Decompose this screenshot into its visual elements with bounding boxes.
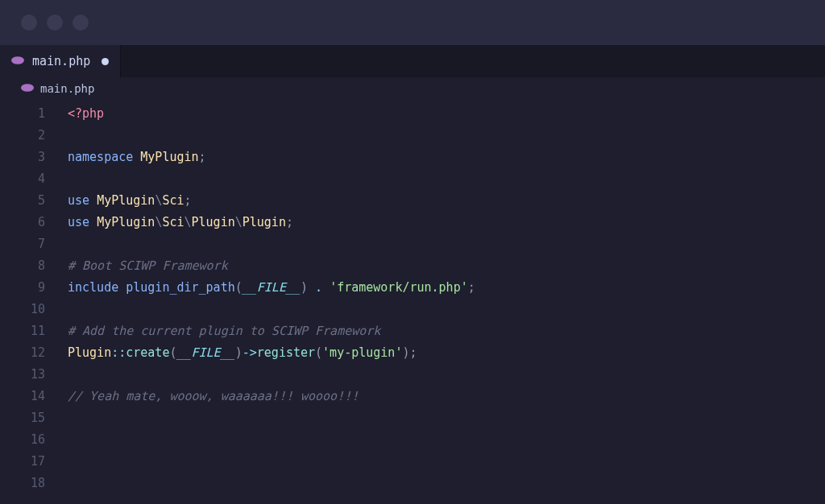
editor[interactable]: 123456789101112131415161718 <?php namesp… bbox=[0, 100, 825, 494]
php-file-icon bbox=[21, 84, 34, 93]
line-number: 17 bbox=[0, 451, 45, 473]
code-line[interactable]: # Boot SCIWP Framework bbox=[68, 255, 825, 277]
line-number: 8 bbox=[0, 255, 45, 277]
line-number: 12 bbox=[0, 342, 45, 364]
traffic-light-minimize[interactable] bbox=[47, 14, 63, 31]
tab-bar: main.php bbox=[0, 45, 825, 77]
window-title-bar bbox=[0, 0, 825, 45]
line-number: 11 bbox=[0, 320, 45, 342]
traffic-light-close[interactable] bbox=[21, 14, 37, 31]
breadcrumb-item: main.php bbox=[40, 82, 94, 95]
line-number: 13 bbox=[0, 364, 45, 386]
code-line[interactable]: namespace MyPlugin; bbox=[68, 147, 825, 168]
line-number: 5 bbox=[0, 190, 45, 212]
php-file-icon bbox=[11, 56, 24, 66]
code-area[interactable]: <?php namespace MyPlugin; use MyPlugin\S… bbox=[52, 103, 825, 494]
code-line[interactable] bbox=[68, 451, 825, 473]
code-line[interactable]: Plugin::create(__FILE__)->register('my-p… bbox=[68, 342, 825, 364]
code-line[interactable] bbox=[68, 473, 825, 494]
svg-point-0 bbox=[11, 56, 24, 64]
line-number: 9 bbox=[0, 277, 45, 299]
code-line[interactable]: // Yeah mate, wooow, waaaaaa!!! woooo!!! bbox=[68, 386, 825, 407]
line-number: 14 bbox=[0, 386, 45, 407]
svg-point-1 bbox=[21, 84, 34, 92]
code-line[interactable]: use MyPlugin\Sci\Plugin\Plugin; bbox=[68, 212, 825, 233]
tab-label: main.php bbox=[32, 54, 90, 68]
tab-mainphp[interactable]: main.php bbox=[0, 45, 121, 77]
line-number: 1 bbox=[0, 103, 45, 125]
code-line[interactable] bbox=[68, 233, 825, 255]
code-line[interactable] bbox=[68, 125, 825, 147]
code-line[interactable] bbox=[68, 168, 825, 190]
code-line[interactable]: use MyPlugin\Sci; bbox=[68, 190, 825, 212]
code-line[interactable] bbox=[68, 429, 825, 451]
line-number: 10 bbox=[0, 299, 45, 320]
line-number-gutter: 123456789101112131415161718 bbox=[0, 103, 52, 494]
line-number: 3 bbox=[0, 147, 45, 168]
tab-dirty-indicator bbox=[102, 58, 109, 65]
line-number: 4 bbox=[0, 168, 45, 190]
line-number: 7 bbox=[0, 233, 45, 255]
line-number: 18 bbox=[0, 473, 45, 494]
code-line[interactable] bbox=[68, 364, 825, 386]
breadcrumb[interactable]: main.php bbox=[0, 77, 825, 100]
code-line[interactable]: include plugin_dir_path(__FILE__) . 'fra… bbox=[68, 277, 825, 299]
line-number: 6 bbox=[0, 212, 45, 233]
line-number: 2 bbox=[0, 125, 45, 147]
code-line[interactable]: # Add the current plugin to SCIWP Framew… bbox=[68, 320, 825, 342]
line-number: 15 bbox=[0, 407, 45, 429]
code-line[interactable] bbox=[68, 407, 825, 429]
code-line[interactable]: <?php bbox=[68, 103, 825, 125]
code-line[interactable] bbox=[68, 299, 825, 320]
traffic-light-zoom[interactable] bbox=[73, 14, 89, 31]
line-number: 16 bbox=[0, 429, 45, 451]
